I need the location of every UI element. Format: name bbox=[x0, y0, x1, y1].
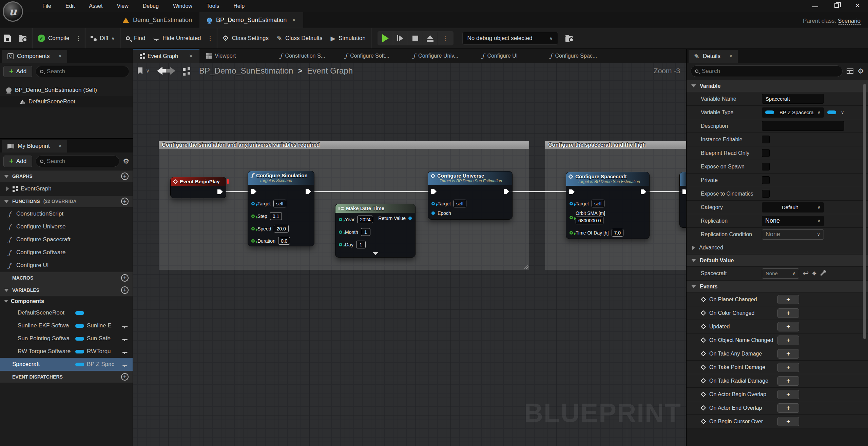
variable-spacecraft-row[interactable]: Spacecraft BP Z Spac bbox=[0, 358, 133, 371]
pin-year[interactable]: Year 2024 bbox=[339, 216, 373, 223]
hide-unrelated-options-icon[interactable]: ⋮ bbox=[205, 35, 215, 42]
pin-step[interactable]: Step 0.1 bbox=[251, 212, 282, 220]
pin-value[interactable]: self bbox=[273, 200, 286, 207]
my-blueprint-search-input[interactable] bbox=[47, 158, 115, 165]
container-type-dropdown[interactable]: ∨ bbox=[827, 110, 844, 115]
comment-title[interactable]: Configure the simulation and any univers… bbox=[159, 141, 529, 149]
tab-details[interactable]: ✎ Details × bbox=[689, 50, 738, 63]
class-defaults-button[interactable]: ✎ Class Defaults bbox=[273, 28, 327, 48]
eyedropper-icon[interactable] bbox=[820, 271, 825, 276]
chevron-down-icon[interactable]: ∨ bbox=[146, 68, 150, 74]
exec-out-pin[interactable] bbox=[504, 189, 509, 194]
restore-icon[interactable] bbox=[834, 3, 839, 8]
tab-level-demo-sunestimation[interactable]: Demo_SunEstimation bbox=[115, 12, 199, 28]
menu-file[interactable]: File bbox=[35, 3, 58, 9]
node-header[interactable]: ƒ Configure Simulation Target is Scenari… bbox=[248, 171, 314, 185]
eject-button[interactable] bbox=[423, 32, 438, 45]
node-make-date-time[interactable]: Make Date Time Year 2024 Month 1 bbox=[335, 204, 416, 258]
minimize-icon[interactable] bbox=[812, 6, 818, 7]
expand-pins-icon[interactable] bbox=[373, 252, 378, 255]
gear-icon[interactable]: ⚙ bbox=[123, 157, 129, 165]
pin-value[interactable]: 20.0 bbox=[274, 225, 288, 232]
nav-back-icon[interactable] bbox=[157, 67, 162, 75]
eye-closed-icon[interactable] bbox=[122, 363, 128, 366]
instance-editable-checkbox[interactable] bbox=[762, 136, 770, 143]
add-macro-icon[interactable]: + bbox=[121, 274, 129, 282]
save-button[interactable] bbox=[0, 28, 15, 48]
my-blueprint-search[interactable] bbox=[36, 156, 119, 167]
tab-components[interactable]: C Components × bbox=[2, 50, 67, 63]
tab-viewport[interactable]: Viewport bbox=[199, 49, 243, 63]
int-pin-icon[interactable] bbox=[339, 243, 342, 246]
tab-construction-script[interactable]: ƒ Construction S... bbox=[273, 49, 332, 63]
eye-closed-icon[interactable] bbox=[122, 337, 128, 340]
struct-out-pin-icon[interactable] bbox=[408, 217, 412, 220]
find-button[interactable]: Find bbox=[122, 28, 149, 48]
node-header[interactable]: Event BeginPlay bbox=[171, 177, 226, 186]
browse-asset-button[interactable] bbox=[15, 28, 31, 48]
exec-in-pin[interactable] bbox=[251, 189, 256, 194]
private-checkbox[interactable] bbox=[762, 176, 770, 184]
menu-tools[interactable]: Tools bbox=[199, 3, 226, 9]
node-configure-spacecraft[interactable]: Configure Spacecraft Target is BP Demo S… bbox=[566, 172, 650, 239]
default-value-dropdown[interactable]: None ∨ bbox=[762, 268, 799, 279]
tab-configure-spacecraft[interactable]: ƒ Configure Spac... bbox=[543, 49, 604, 63]
add-event-button[interactable]: + bbox=[777, 308, 799, 318]
add-function-icon[interactable]: + bbox=[121, 198, 129, 205]
menu-edit[interactable]: Edit bbox=[58, 3, 82, 9]
bookmark-icon[interactable] bbox=[138, 67, 142, 74]
display-filter-icon[interactable] bbox=[847, 68, 853, 74]
details-search-input[interactable] bbox=[702, 68, 838, 75]
add-graph-icon[interactable]: + bbox=[121, 173, 129, 180]
nav-forward-icon[interactable] bbox=[170, 67, 175, 75]
components-search[interactable] bbox=[36, 66, 129, 77]
advanced-expander[interactable]: Advanced bbox=[687, 241, 868, 254]
pin-time-of-day[interactable]: Time Of Day [h] 7.0 bbox=[570, 229, 623, 237]
variables-category-components[interactable]: Components bbox=[0, 296, 133, 306]
component-defaultsceneroot-row[interactable]: DefaultSceneRoot bbox=[0, 96, 133, 107]
pin-value[interactable]: 0.1 bbox=[270, 212, 282, 220]
tab-event-graph[interactable]: Event Graph × bbox=[133, 49, 199, 63]
variable-sunline-ekf-row[interactable]: Sunline EKF Softwa Sunline E bbox=[0, 319, 133, 332]
add-event-button[interactable]: + bbox=[777, 295, 799, 304]
add-component-button[interactable]: + Add bbox=[3, 66, 32, 77]
tab-configure-software[interactable]: ƒ Configure Soft... bbox=[338, 49, 396, 63]
close-tab-icon[interactable]: × bbox=[292, 17, 296, 24]
function-configure-spacecraft-row[interactable]: ƒConfigure Spacecraft bbox=[0, 233, 133, 246]
debug-object-dropdown[interactable]: No debug object selected ∨ bbox=[462, 32, 558, 45]
tab-configure-ui[interactable]: ƒ Configure UI bbox=[475, 49, 524, 63]
variable-rw-torque-row[interactable]: RW Torque Software RWTorqu bbox=[0, 345, 133, 358]
gear-icon[interactable]: ⚙ bbox=[857, 67, 864, 75]
menu-window[interactable]: Window bbox=[166, 3, 199, 9]
function-configure-universe-row[interactable]: ƒConfigure Universe bbox=[0, 220, 133, 233]
pin-value[interactable]: 7.0 bbox=[612, 229, 623, 237]
description-input[interactable] bbox=[762, 121, 844, 131]
stop-button[interactable] bbox=[408, 32, 423, 45]
pick-actor-icon[interactable]: ⌖ bbox=[812, 269, 816, 278]
play-options-button[interactable]: ⋮ bbox=[438, 32, 453, 45]
float-pin-icon[interactable] bbox=[570, 231, 573, 235]
debug-browse-button[interactable] bbox=[561, 28, 577, 48]
menu-help[interactable]: Help bbox=[226, 3, 252, 9]
exec-out-pin[interactable] bbox=[641, 189, 646, 194]
node-configure-universe[interactable]: Configure Universe Target is BP Demo Sun… bbox=[428, 171, 513, 220]
graphs-section-header[interactable]: GRAPHS + bbox=[0, 170, 133, 182]
add-event-button[interactable]: + bbox=[777, 417, 799, 426]
tab-configure-universe[interactable]: ƒ Configure Univ... bbox=[406, 49, 465, 63]
pin-orbit-sma[interactable]: Orbit SMA [m] 6800000.0 bbox=[570, 210, 605, 224]
pin-target[interactable]: Target self bbox=[570, 200, 604, 207]
pin-day[interactable]: Day 1 bbox=[339, 241, 366, 248]
add-blueprint-item-button[interactable]: + Add bbox=[3, 156, 32, 167]
simulation-button[interactable]: ▶ Simulation bbox=[327, 28, 370, 48]
breadcrumb-current[interactable]: Event Graph bbox=[307, 66, 353, 76]
pin-epoch[interactable]: Epoch bbox=[431, 210, 451, 216]
object-pin-icon[interactable] bbox=[570, 202, 573, 205]
class-settings-button[interactable]: ⚙ Class Settings bbox=[218, 28, 273, 48]
macros-section-header[interactable]: MACROS + bbox=[0, 272, 133, 284]
default-value-section-header[interactable]: Default Value bbox=[687, 254, 868, 267]
pin-speed[interactable]: Speed 20.0 bbox=[251, 225, 289, 232]
expose-on-spawn-checkbox[interactable] bbox=[762, 163, 770, 170]
pin-value[interactable]: self bbox=[454, 200, 466, 207]
variable-defaultsceneroot-row[interactable]: DefaultSceneRoot bbox=[0, 306, 133, 319]
node-event-beginplay[interactable]: Event BeginPlay bbox=[170, 177, 226, 198]
